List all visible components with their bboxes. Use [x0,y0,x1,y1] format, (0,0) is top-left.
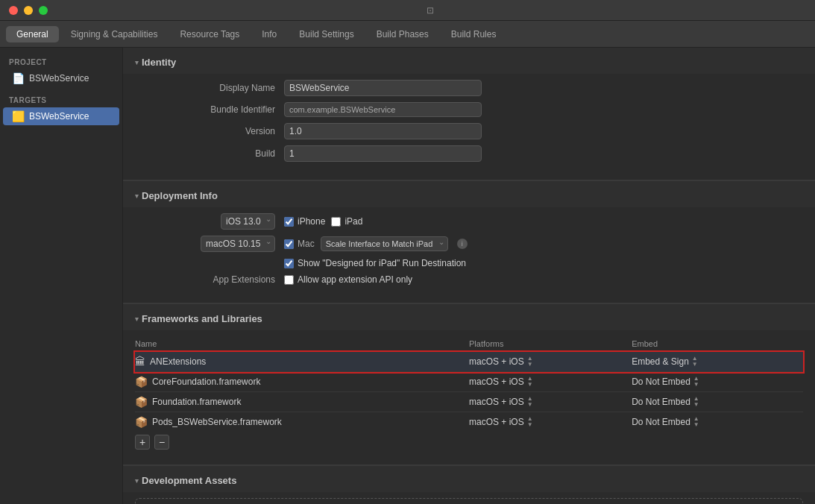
embed-selector-corefoundation: Do Not Embed ▲ ▼ [632,376,797,388]
sidebar-item-target[interactable]: 🟨 BSWebService [3,107,119,125]
tab-info[interactable]: Info [251,26,287,42]
platform-stepper-foundation[interactable]: ▲ ▼ [527,396,533,408]
ipad-checkbox[interactable] [331,217,341,227]
content-area: ▾ Identity Display Name Bundle Identifie… [123,48,815,504]
frameworks-section-header[interactable]: ▾ Frameworks and Libraries [123,303,815,330]
bundle-id-row: Bundle Identifier [135,102,803,117]
allow-extension-text: Allow app extension API only [298,274,412,285]
macos-row: macOS 10.15 Mac Scale Interface to Match… [135,236,803,252]
pods-platform: macOS + iOS ▲ ▼ [469,416,626,428]
ios-version-select[interactable]: iOS 13.0 [221,213,275,230]
app-extensions-row: App Extensions Allow app extension API o… [135,274,803,285]
col-embed-header: Embed [632,336,803,352]
add-framework-button[interactable]: + [135,435,150,450]
embed-stepper-foundation[interactable]: ▲ ▼ [693,396,699,408]
tab-build-rules[interactable]: Build Rules [441,26,507,42]
corefoundation-icon: 📦 [135,376,148,388]
frameworks-table-wrapper: Name Platforms Embed 🏛 ANExtensions [135,336,803,453]
display-name-label: Display Name [135,83,284,93]
sidebar-item-project[interactable]: 📄 BSWebService [3,69,119,87]
show-designed-label[interactable]: Show "Designed for iPad" Run Destination [284,258,466,268]
embed-selector-pods: Do Not Embed ▲ ▼ [632,416,797,428]
app-extensions-label: App Extensions [135,274,284,285]
framework-row-anextensions[interactable]: 🏛 ANExtensions macOS + iOS ▲ ▼ [135,352,803,372]
project-icon: 📄 [12,72,25,84]
show-designed-value: Show "Designed for iPad" Run Destination [284,258,466,268]
embed-stepper-corefoundation[interactable]: ▲ ▼ [693,376,699,388]
corefoundation-name: CoreFoundation.framework [152,377,260,387]
fw-name-content-pods: 📦 Pods_BSWebService.framework [135,416,463,428]
anextensions-platform: macOS + iOS ▲ ▼ [469,356,626,368]
minimize-button[interactable] [24,6,33,15]
identity-section-header[interactable]: ▾ Identity [123,48,815,74]
remove-framework-button[interactable]: − [154,435,169,450]
fw-name-cell-anextensions: 🏛 ANExtensions [135,352,469,372]
tab-build-settings[interactable]: Build Settings [289,26,364,42]
embed-stepper-pods[interactable]: ▲ ▼ [693,416,699,428]
macos-version-select[interactable]: macOS 10.15 [201,236,275,252]
pods-name: Pods_BSWebService.framework [152,417,282,427]
tab-resource-tags[interactable]: Resource Tags [169,26,250,42]
mac-options-row: Mac Scale Interface to Match iPad Scale … [284,236,468,251]
iphone-checkbox-label[interactable]: iPhone [284,216,325,227]
fw-platforms-cell-anextensions: macOS + iOS ▲ ▼ [469,352,632,372]
identity-section-label: Identity [142,57,176,68]
display-name-input[interactable] [284,80,482,96]
target-icon: 🟨 [12,110,25,122]
dev-assets-chevron: ▾ [135,477,139,485]
corefoundation-platform-text: macOS + iOS [469,377,524,387]
platform-stepper-corefoundation[interactable]: ▲ ▼ [527,376,533,388]
scale-interface-select[interactable]: Scale Interface to Match iPad Scale Inte… [321,236,448,251]
iphone-checkbox[interactable] [284,217,294,227]
dev-assets-section-header[interactable]: ▾ Development Assets [123,465,815,492]
foundation-name: Foundation.framework [152,397,241,407]
sidebar-project-section: PROJECT [0,55,122,69]
deployment-section-header[interactable]: ▾ Deployment Info [123,180,815,207]
frameworks-section-label: Frameworks and Libraries [142,313,262,324]
mac-checkbox-label[interactable]: Mac [284,239,315,249]
fw-platforms-cell-foundation: macOS + iOS ▲ ▼ [469,392,632,412]
maximize-button[interactable] [39,6,48,15]
sidebar-target-name: BSWebService [29,111,89,122]
ios-row: iOS 13.0 iPhone iPad [135,213,803,230]
framework-row-pods[interactable]: 📦 Pods_BSWebService.framework macOS + iO… [135,412,803,432]
fw-embed-cell-anextensions: Embed & Sign ▲ ▼ [632,352,803,372]
identity-form: Display Name Bundle Identifier Version B… [123,74,815,180]
anextensions-platform-text: macOS + iOS [469,356,524,367]
tab-signing[interactable]: Signing & Capabilities [60,26,169,42]
platform-stepper-pods[interactable]: ▲ ▼ [527,416,533,428]
pods-platform-text: macOS + iOS [469,417,524,427]
main-area: PROJECT 📄 BSWebService TARGETS 🟨 BSWebSe… [0,48,815,504]
show-designed-text: Show "Designed for iPad" Run Destination [298,258,466,268]
build-input[interactable] [284,145,482,162]
tab-bar: General Signing & Capabilities Resource … [0,21,815,48]
allow-extension-label[interactable]: Allow app extension API only [284,274,412,285]
col-platforms-header: Platforms [469,336,632,352]
framework-row-foundation[interactable]: 📦 Foundation.framework macOS + iOS ▲ ▼ [135,392,803,412]
bundle-id-input[interactable] [284,102,482,117]
close-button[interactable] [9,6,18,15]
bundle-id-label: Bundle Identifier [135,104,284,115]
sidebar: PROJECT 📄 BSWebService TARGETS 🟨 BSWebSe… [0,48,123,504]
fw-embed-cell-foundation: Do Not Embed ▲ ▼ [632,392,803,412]
mac-checkbox[interactable] [284,239,294,249]
fw-name-content-corefoundation: 📦 CoreFoundation.framework [135,376,463,388]
framework-row-corefoundation[interactable]: 📦 CoreFoundation.framework macOS + iOS ▲ [135,372,803,392]
scale-info-button[interactable]: i [457,239,468,249]
show-designed-checkbox[interactable] [284,259,294,268]
build-label: Build [135,148,284,159]
dev-assets-area: Add development assets here [123,492,815,504]
allow-extension-checkbox[interactable] [284,275,294,285]
tab-general[interactable]: General [6,26,59,42]
fw-embed-cell-pods: Do Not Embed ▲ ▼ [632,412,803,432]
ipad-checkbox-label[interactable]: iPad [331,216,362,227]
fw-platforms-cell-corefoundation: macOS + iOS ▲ ▼ [469,372,632,392]
tab-build-phases[interactable]: Build Phases [366,26,439,42]
version-input[interactable] [284,123,482,139]
dev-assets-dropzone[interactable]: Add development assets here [135,498,803,504]
platform-stepper-anextensions[interactable]: ▲ ▼ [527,356,533,368]
build-row: Build [135,145,803,162]
frameworks-toolbar: + − [135,432,803,453]
embed-stepper-anextensions[interactable]: ▲ ▼ [692,356,698,368]
anextensions-embed-text: Embed & Sign [632,356,689,367]
